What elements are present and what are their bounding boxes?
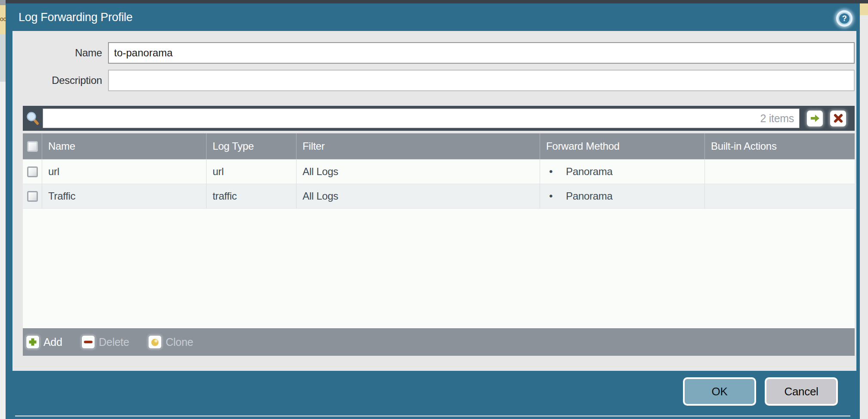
clear-filter-button[interactable] xyxy=(830,111,846,126)
help-icon-glyph: ? xyxy=(838,12,851,25)
table-row[interactable]: url url All Logs • Panorama xyxy=(23,160,855,184)
name-field[interactable] xyxy=(108,42,855,64)
cancel-button[interactable]: Cancel xyxy=(765,377,838,406)
column-header-name[interactable]: Name xyxy=(42,133,206,159)
background-top-bar xyxy=(6,0,868,3)
form-area: Name Description xyxy=(12,31,856,97)
column-header-forward-method[interactable]: Forward Method xyxy=(540,133,704,159)
red-x-icon xyxy=(833,113,843,123)
search-input[interactable] xyxy=(43,109,760,128)
add-button[interactable]: Add xyxy=(26,335,62,349)
clone-icon xyxy=(148,335,162,349)
dialog-bottom-divider xyxy=(15,416,850,416)
table-header-row: Name Log Type Filter Forward Method Buil… xyxy=(23,133,855,159)
dialog-header: Log Forwarding Profile ? xyxy=(6,3,860,31)
background-left-edge: oc xyxy=(0,0,6,419)
row-name-cell: Traffic xyxy=(42,184,206,208)
search-bar: 2 items xyxy=(23,106,855,131)
help-icon[interactable]: ? xyxy=(836,10,853,27)
row-filter-cell: All Logs xyxy=(296,160,540,184)
row-checkbox-cell xyxy=(23,184,42,208)
row-name-cell: url xyxy=(42,160,206,184)
dialog-title: Log Forwarding Profile xyxy=(19,11,133,24)
add-button-label: Add xyxy=(43,336,62,348)
background-left-blue xyxy=(0,34,6,82)
bullet-icon: • xyxy=(546,166,556,178)
column-header-built-in-actions[interactable]: Built-in Actions xyxy=(704,133,855,159)
plus-icon xyxy=(26,335,40,349)
log-forwarding-profile-dialog: Log Forwarding Profile ? Name Descriptio… xyxy=(6,3,860,419)
description-field[interactable] xyxy=(108,70,855,91)
table-row[interactable]: Traffic traffic All Logs • Panorama xyxy=(23,184,855,209)
ok-button[interactable]: OK xyxy=(683,377,756,406)
table-action-bar: Add Delete Clone xyxy=(23,328,855,356)
description-label: Description xyxy=(12,70,108,91)
green-arrow-icon xyxy=(810,113,820,123)
row-built-in-actions-cell xyxy=(704,184,855,208)
row-built-in-actions-cell xyxy=(704,160,855,184)
minus-icon xyxy=(81,335,95,349)
clone-button[interactable]: Clone xyxy=(148,335,193,349)
row-log-type-cell: traffic xyxy=(206,184,296,208)
row-checkbox[interactable] xyxy=(27,166,38,177)
row-checkbox[interactable] xyxy=(27,191,38,202)
clone-button-label: Clone xyxy=(166,336,193,348)
forward-method-value: Panorama xyxy=(566,190,612,202)
description-row: Description xyxy=(12,70,856,91)
name-label: Name xyxy=(12,42,108,64)
select-all-cell xyxy=(23,133,42,159)
background-left-gray xyxy=(0,0,6,5)
row-forward-method-cell: • Panorama xyxy=(540,184,704,208)
delete-button[interactable]: Delete xyxy=(81,335,129,349)
row-checkbox-cell xyxy=(23,160,42,184)
name-row: Name xyxy=(12,42,856,64)
search-icon xyxy=(25,111,40,126)
search-field: 2 items xyxy=(43,108,800,128)
row-log-type-cell: url xyxy=(206,160,296,184)
delete-button-label: Delete xyxy=(99,336,129,348)
log-table: Name Log Type Filter Forward Method Buil… xyxy=(23,133,855,328)
bullet-icon: • xyxy=(546,190,556,202)
column-header-filter[interactable]: Filter xyxy=(296,133,540,159)
background-left-rest xyxy=(0,82,6,419)
table-body: url url All Logs • Panorama Traffic traf… xyxy=(23,159,855,328)
select-all-checkbox[interactable] xyxy=(27,141,38,152)
row-forward-method-cell: • Panorama xyxy=(540,160,704,184)
forward-method-value: Panorama xyxy=(566,166,612,178)
column-header-log-type[interactable]: Log Type xyxy=(206,133,296,159)
background-right-edge xyxy=(860,3,868,419)
background-left-tan-text: oc xyxy=(0,5,6,34)
items-count-label: 2 items xyxy=(760,112,799,125)
row-filter-cell: All Logs xyxy=(296,184,540,208)
dialog-content-panel: Name Description 2 items xyxy=(12,31,856,371)
apply-filter-button[interactable] xyxy=(807,111,823,126)
background-right-tan xyxy=(860,3,868,15)
